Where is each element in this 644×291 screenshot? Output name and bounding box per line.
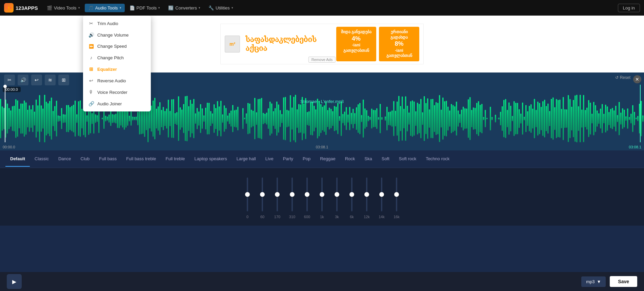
waveform-type-button[interactable]: ≋	[45, 75, 56, 85]
eq-preset-classic[interactable]: Classic	[30, 151, 54, 167]
volume-button[interactable]: 🔊	[18, 75, 28, 85]
slider-thumb-1k[interactable]	[320, 192, 324, 197]
app-logo[interactable]: 123APPS	[4, 3, 38, 13]
svg-rect-172	[286, 110, 288, 127]
slider-thumb-14k[interactable]	[379, 192, 384, 197]
eq-preset-soft[interactable]: Soft	[377, 151, 394, 167]
slider-track-3k[interactable]	[336, 178, 338, 211]
nav-item-pdf-tools[interactable]: 📄 PDF Tools ▾	[126, 4, 164, 12]
svg-rect-18	[25, 102, 27, 134]
slider-track-6k[interactable]	[351, 178, 353, 211]
eq-preset-full-bass-treble[interactable]: Full bass treble	[121, 151, 161, 167]
dropdown-item-reverse-audio[interactable]: ↩ Reverse Audio	[83, 75, 151, 86]
nav-item-utilities-label: Utilities	[216, 5, 230, 11]
band-label-14k: 14k	[379, 215, 385, 219]
time-end-label: 03:08.1	[629, 145, 641, 149]
eq-preset-soft-rock[interactable]: Soft rock	[394, 151, 421, 167]
slider-track-14k[interactable]	[381, 178, 382, 211]
svg-rect-295	[495, 115, 496, 123]
dropdown-item-equalizer[interactable]: ⊞ Equalizer	[83, 63, 151, 75]
slider-thumb-0[interactable]	[245, 192, 250, 197]
eq-preset-pop[interactable]: Pop	[298, 151, 315, 167]
eq-preset-full-treble[interactable]: Full treble	[161, 151, 189, 167]
eq-preset-rock[interactable]: Rock	[340, 151, 360, 167]
svg-rect-3	[0, 99, 1, 138]
slider-track-1k[interactable]	[321, 178, 323, 211]
save-button[interactable]: Save	[610, 276, 637, 287]
svg-rect-319	[536, 110, 537, 127]
slider-thumb-60[interactable]	[260, 192, 265, 197]
slider-track-310[interactable]	[291, 178, 293, 211]
slider-thumb-12k[interactable]	[364, 192, 369, 197]
svg-rect-260	[436, 102, 437, 135]
dropdown-item-voice-recorder[interactable]: 🎙 Voice Recorder	[83, 86, 151, 98]
reverse-audio-icon: ↩	[88, 78, 94, 83]
remove-ads-button[interactable]: Remove Ads	[308, 57, 336, 63]
eq-preset-techno-rock[interactable]: Techno rock	[421, 151, 454, 167]
nav-item-audio-tools[interactable]: 🎵 Audio Tools ▾	[85, 4, 125, 12]
slider-track-600[interactable]	[306, 178, 308, 211]
svg-rect-169	[281, 114, 283, 123]
cut-button[interactable]: ✂	[4, 75, 15, 85]
dropdown-item-audio-joiner[interactable]: 🔗 Audio Joiner	[83, 98, 151, 109]
eq-preset-ska[interactable]: Ska	[360, 151, 377, 167]
svg-rect-80	[130, 111, 132, 125]
slider-thumb-6k[interactable]	[349, 192, 354, 197]
slider-thumb-16k[interactable]	[394, 192, 399, 197]
slider-track-170[interactable]	[277, 178, 278, 211]
ad-logo-icon: m²	[225, 36, 240, 53]
dropdown-item-change-pitch[interactable]: ♪ Change Pitch	[83, 52, 151, 63]
svg-rect-316	[530, 104, 532, 133]
svg-rect-219	[366, 110, 367, 127]
slider-track-60[interactable]	[262, 178, 263, 211]
eq-preset-large-hall[interactable]: Large hall	[232, 151, 261, 167]
eq-button[interactable]: ⊞	[58, 75, 69, 85]
eq-preset-reggae[interactable]: Reggae	[315, 151, 340, 167]
slider-track-12k[interactable]	[366, 178, 367, 211]
svg-rect-22	[32, 105, 34, 132]
svg-rect-242	[405, 96, 406, 141]
svg-rect-72	[117, 109, 118, 128]
nav-item-video-tools[interactable]: 🎬 Video Tools ▾	[43, 4, 83, 12]
dropdown-item-trim-audio[interactable]: ✂ Trim Audio	[83, 18, 151, 29]
eq-preset-laptop-speakers[interactable]: Laptop speakers	[190, 151, 232, 167]
svg-rect-30	[46, 102, 47, 135]
slider-track-16k[interactable]	[396, 178, 397, 211]
svg-rect-267	[447, 107, 449, 130]
eq-preset-full-bass[interactable]: Full bass	[94, 151, 121, 167]
svg-rect-164	[273, 111, 274, 126]
svg-rect-116	[192, 104, 193, 133]
slider-thumb-310[interactable]	[290, 192, 295, 197]
eq-preset-live[interactable]: Live	[261, 151, 278, 167]
svg-rect-190	[317, 99, 318, 139]
play-button[interactable]: ▶	[7, 274, 22, 289]
eq-preset-party[interactable]: Party	[278, 151, 298, 167]
slider-track-0[interactable]	[247, 178, 248, 211]
eq-preset-dance[interactable]: Dance	[54, 151, 76, 167]
slider-thumb-3k[interactable]	[335, 192, 339, 197]
eq-preset-club[interactable]: Club	[76, 151, 95, 167]
svg-rect-40	[63, 114, 64, 123]
nav-item-converters[interactable]: 🔄 Converters ▾	[165, 4, 204, 12]
slider-thumb-170[interactable]	[275, 192, 280, 197]
svg-rect-189	[315, 109, 317, 128]
svg-rect-99	[163, 107, 164, 130]
svg-rect-143	[237, 107, 239, 130]
svg-rect-313	[525, 105, 527, 132]
eq-preset-default[interactable]: Default	[5, 151, 30, 167]
nav-item-utilities[interactable]: 🔧 Utilities ▾	[205, 4, 237, 12]
svg-rect-192	[320, 104, 322, 133]
format-selector[interactable]: mp3 ▼	[581, 276, 606, 287]
login-button[interactable]: Log in	[618, 4, 640, 12]
svg-rect-152	[253, 111, 254, 126]
undo-button[interactable]: ↩	[31, 75, 42, 85]
dropdown-item-change-speed[interactable]: ⏩ Change Speed	[83, 41, 151, 52]
svg-rect-162	[269, 102, 271, 136]
svg-rect-176	[293, 97, 295, 141]
svg-rect-286	[480, 105, 481, 132]
svg-rect-119	[197, 108, 198, 129]
svg-rect-371	[624, 110, 625, 127]
dropdown-item-change-volume[interactable]: 🔊 Change Volume	[83, 29, 151, 41]
svg-rect-354	[595, 105, 596, 132]
slider-thumb-600[interactable]	[305, 192, 309, 197]
